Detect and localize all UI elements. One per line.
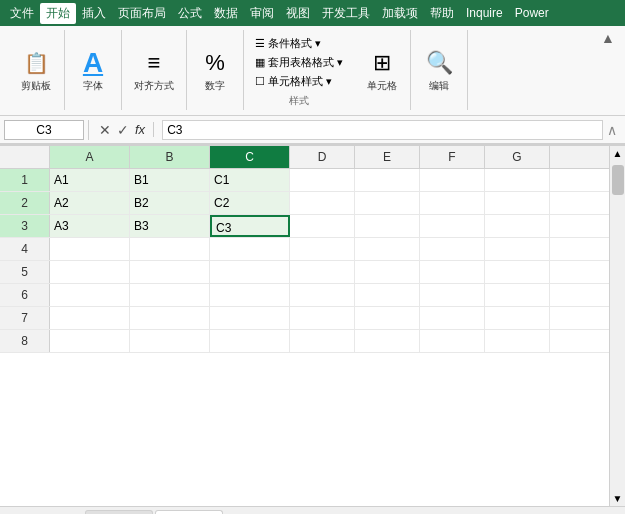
row-header-8[interactable]: 8 — [0, 330, 50, 352]
row-header-2[interactable]: 2 — [0, 192, 50, 214]
menu-view[interactable]: 视图 — [280, 3, 316, 24]
menu-page[interactable]: 页面布局 — [112, 3, 172, 24]
menu-dev[interactable]: 开发工具 — [316, 3, 376, 24]
cell-G4[interactable] — [485, 238, 550, 260]
cell-G5[interactable] — [485, 261, 550, 283]
scroll-up-btn[interactable]: ▲ — [611, 146, 625, 161]
cell-G1[interactable] — [485, 169, 550, 191]
cell-B3[interactable]: B3 — [130, 215, 210, 237]
cell-A3[interactable]: A3 — [50, 215, 130, 237]
scroll-thumb[interactable] — [612, 165, 624, 195]
cell-E2[interactable] — [355, 192, 420, 214]
cell-B7[interactable] — [130, 307, 210, 329]
cell-B5[interactable] — [130, 261, 210, 283]
cell-E5[interactable] — [355, 261, 420, 283]
cell-F1[interactable] — [420, 169, 485, 191]
cell-style-btn[interactable]: ☐ 单元格样式 ▾ — [252, 73, 335, 90]
col-header-B[interactable]: B — [130, 146, 210, 168]
col-header-A[interactable]: A — [50, 146, 130, 168]
cell-B6[interactable] — [130, 284, 210, 306]
cell-D7[interactable] — [290, 307, 355, 329]
cell-C1[interactable]: C1 — [210, 169, 290, 191]
ribbon-expand-btn[interactable]: ▲ — [599, 30, 617, 46]
number-btn[interactable]: % 数字 — [195, 45, 235, 95]
cell-E3[interactable] — [355, 215, 420, 237]
menu-addins[interactable]: 加载项 — [376, 3, 424, 24]
cell-btn[interactable]: ⊞ 单元格 — [362, 45, 402, 95]
tab-sheet1[interactable]: Sheet1 — [85, 510, 153, 514]
menu-insert[interactable]: 插入 — [76, 3, 112, 24]
vertical-scrollbar[interactable]: ▲ ▼ — [609, 146, 625, 506]
cell-F4[interactable] — [420, 238, 485, 260]
cell-G3[interactable] — [485, 215, 550, 237]
menu-inquire[interactable]: Inquire — [460, 4, 509, 22]
row-header-5[interactable]: 5 — [0, 261, 50, 283]
cell-G2[interactable] — [485, 192, 550, 214]
name-box[interactable] — [4, 120, 84, 140]
cell-D4[interactable] — [290, 238, 355, 260]
row-header-4[interactable]: 4 — [0, 238, 50, 260]
cell-E4[interactable] — [355, 238, 420, 260]
edit-btn[interactable]: 🔍 编辑 — [419, 45, 459, 95]
cell-A5[interactable] — [50, 261, 130, 283]
clipboard-btn[interactable]: 📋 剪贴板 — [16, 45, 56, 95]
menu-data[interactable]: 数据 — [208, 3, 244, 24]
menu-power[interactable]: Power — [509, 4, 555, 22]
row-header-7[interactable]: 7 — [0, 307, 50, 329]
cell-G6[interactable] — [485, 284, 550, 306]
menu-file[interactable]: 文件 — [4, 3, 40, 24]
col-header-D[interactable]: D — [290, 146, 355, 168]
align-btn[interactable]: ≡ 对齐方式 — [130, 45, 178, 95]
cell-A1[interactable]: A1 — [50, 169, 130, 191]
menu-formula[interactable]: 公式 — [172, 3, 208, 24]
cell-C4[interactable] — [210, 238, 290, 260]
table-format-btn[interactable]: ▦ 套用表格格式 ▾ — [252, 54, 346, 71]
cell-D6[interactable] — [290, 284, 355, 306]
cell-E8[interactable] — [355, 330, 420, 352]
conditional-format-btn[interactable]: ☰ 条件格式 ▾ — [252, 35, 324, 52]
cell-D1[interactable] — [290, 169, 355, 191]
cell-D5[interactable] — [290, 261, 355, 283]
cell-F3[interactable] — [420, 215, 485, 237]
col-header-F[interactable]: F — [420, 146, 485, 168]
cell-C8[interactable] — [210, 330, 290, 352]
cell-C7[interactable] — [210, 307, 290, 329]
cell-G8[interactable] — [485, 330, 550, 352]
col-header-C[interactable]: C — [210, 146, 290, 168]
menu-start[interactable]: 开始 — [40, 3, 76, 24]
col-header-E[interactable]: E — [355, 146, 420, 168]
cell-A8[interactable] — [50, 330, 130, 352]
cell-C3[interactable]: C3 — [210, 215, 290, 237]
cell-F5[interactable] — [420, 261, 485, 283]
cell-A2[interactable]: A2 — [50, 192, 130, 214]
cell-E7[interactable] — [355, 307, 420, 329]
cell-D3[interactable] — [290, 215, 355, 237]
tab-sheet2[interactable]: Sheet2 — [155, 510, 223, 515]
cell-F6[interactable] — [420, 284, 485, 306]
cell-B1[interactable]: B1 — [130, 169, 210, 191]
scroll-down-btn[interactable]: ▼ — [611, 491, 625, 506]
formula-input[interactable] — [162, 120, 603, 140]
row-header-3[interactable]: 3 — [0, 215, 50, 237]
cancel-formula-icon[interactable]: ✕ — [99, 122, 111, 138]
cell-A6[interactable] — [50, 284, 130, 306]
cell-E1[interactable] — [355, 169, 420, 191]
row-header-6[interactable]: 6 — [0, 284, 50, 306]
fx-icon[interactable]: fx — [135, 122, 154, 137]
col-header-G[interactable]: G — [485, 146, 550, 168]
cell-B4[interactable] — [130, 238, 210, 260]
cell-E6[interactable] — [355, 284, 420, 306]
row-header-1[interactable]: 1 — [0, 169, 50, 191]
cell-C2[interactable]: C2 — [210, 192, 290, 214]
menu-review[interactable]: 审阅 — [244, 3, 280, 24]
cell-A4[interactable] — [50, 238, 130, 260]
cell-G7[interactable] — [485, 307, 550, 329]
cell-F7[interactable] — [420, 307, 485, 329]
cell-B8[interactable] — [130, 330, 210, 352]
confirm-formula-icon[interactable]: ✓ — [117, 122, 129, 138]
cell-C5[interactable] — [210, 261, 290, 283]
cell-F2[interactable] — [420, 192, 485, 214]
cell-D8[interactable] — [290, 330, 355, 352]
font-btn[interactable]: A 字体 — [73, 45, 113, 95]
cell-C6[interactable] — [210, 284, 290, 306]
